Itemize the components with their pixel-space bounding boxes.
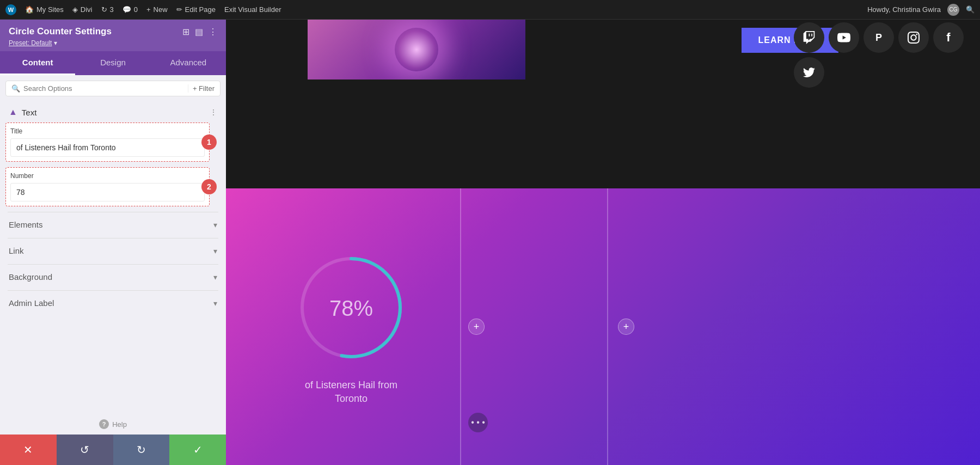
section-background: Background ▾ bbox=[5, 265, 220, 289]
circle-chart: 78% bbox=[291, 248, 411, 368]
section-text-menu-icon[interactable]: ⋮ bbox=[210, 108, 217, 117]
section-text-header-left: ▲ Text bbox=[9, 107, 36, 117]
title-field-label: Title bbox=[10, 127, 205, 135]
save-button[interactable]: ✓ bbox=[169, 435, 226, 465]
admin-bar-comments[interactable]: 💬 0 bbox=[122, 5, 138, 14]
panel-header: Circle Counter Settings ⊞ ▤ ⋮ Preset: De… bbox=[0, 20, 226, 51]
section-admin-label-header[interactable]: Admin Label ▾ bbox=[5, 291, 220, 315]
admin-user-label: Howdy, Christina Gwira bbox=[867, 5, 941, 14]
tab-design[interactable]: Design bbox=[75, 51, 150, 75]
plus-icon: + bbox=[146, 5, 151, 14]
instagram-icon[interactable] bbox=[898, 22, 929, 53]
social-row-1: P f bbox=[794, 22, 964, 53]
twitch-icon[interactable] bbox=[794, 22, 824, 53]
social-icons-group: P f bbox=[794, 22, 964, 88]
help-label: Help bbox=[112, 420, 127, 429]
redo-button[interactable]: ↻ bbox=[113, 435, 170, 465]
social-row-2 bbox=[794, 57, 964, 88]
section-admin-label: Admin Label ▾ bbox=[5, 291, 220, 315]
edit-icon: ✏ bbox=[176, 5, 182, 14]
section-elements-title: Elements bbox=[9, 220, 43, 229]
admin-bar-updates[interactable]: ↻ 3 bbox=[101, 5, 114, 14]
circle-counter-widget: 78% of Listeners Hail from Toronto bbox=[291, 248, 411, 406]
top-content-area: LEARN MORE P f bbox=[226, 20, 980, 188]
section-elements-header[interactable]: Elements ▾ bbox=[5, 212, 220, 237]
undo-icon: ↺ bbox=[80, 443, 89, 456]
add-column-button-1[interactable]: + bbox=[468, 319, 485, 335]
section-link: Link ▾ bbox=[5, 238, 220, 263]
filter-button[interactable]: + Filter bbox=[188, 84, 215, 93]
search-bar: 🔍 + Filter bbox=[5, 81, 220, 96]
section-menu-button[interactable]: • • • bbox=[468, 413, 488, 432]
admin-bar-edit-page[interactable]: ✏ Edit Page bbox=[176, 5, 216, 14]
patreon-icon[interactable]: P bbox=[863, 22, 894, 53]
hero-image bbox=[308, 20, 525, 79]
search-icon: 🔍 bbox=[11, 84, 20, 93]
bottom-purple-section: 78% of Listeners Hail from Toronto + + •… bbox=[226, 188, 980, 465]
number-field-label: Number bbox=[10, 172, 205, 180]
settings-panel: Circle Counter Settings ⊞ ▤ ⋮ Preset: De… bbox=[0, 20, 226, 465]
badge-2: 2 bbox=[201, 179, 217, 194]
tab-content[interactable]: Content bbox=[0, 51, 75, 75]
image-glow bbox=[395, 28, 438, 71]
add-column-button-2[interactable]: + bbox=[618, 319, 634, 335]
twitter-icon[interactable] bbox=[794, 57, 824, 88]
circle-counter-label: of Listeners Hail from Toronto bbox=[305, 378, 397, 406]
bottom-toolbar: ✕ ↺ ↻ ✓ bbox=[0, 435, 226, 465]
section-background-header[interactable]: Background ▾ bbox=[5, 265, 220, 289]
panel-icon-1[interactable]: ⊞ bbox=[182, 27, 189, 37]
youtube-icon[interactable] bbox=[829, 22, 859, 53]
page-preview: LEARN MORE P f bbox=[226, 20, 980, 465]
title-field-group: Title 1 bbox=[5, 123, 210, 162]
panel-icon-3[interactable]: ⋮ bbox=[209, 27, 217, 37]
admin-bar-right: Howdy, Christina Gwira CG 🔍 bbox=[867, 4, 975, 16]
cancel-button[interactable]: ✕ bbox=[0, 435, 57, 465]
column-divider-1 bbox=[460, 188, 461, 465]
section-elements: Elements ▾ bbox=[5, 212, 220, 237]
section-link-header[interactable]: Link ▾ bbox=[5, 238, 220, 263]
wp-logo[interactable]: W bbox=[5, 4, 16, 15]
chevron-down-admin-icon: ▾ bbox=[213, 299, 217, 308]
facebook-icon[interactable]: f bbox=[933, 22, 964, 53]
redo-icon: ↻ bbox=[137, 443, 146, 456]
panel-preset[interactable]: Preset: Default ▾ bbox=[9, 39, 217, 47]
section-admin-label-title: Admin Label bbox=[9, 298, 54, 308]
admin-search-icon[interactable]: 🔍 bbox=[966, 5, 975, 14]
admin-bar-mysites[interactable]: 🏠 My Sites bbox=[25, 5, 64, 14]
section-link-title: Link bbox=[9, 246, 24, 255]
save-icon: ✓ bbox=[193, 443, 203, 456]
number-input[interactable] bbox=[10, 183, 205, 201]
admin-bar-exit-builder[interactable]: Exit Visual Builder bbox=[224, 5, 281, 14]
comments-icon: 💬 bbox=[122, 5, 131, 14]
panel-header-icons: ⊞ ▤ ⋮ bbox=[182, 27, 217, 37]
help-bar[interactable]: ? Help bbox=[0, 414, 226, 435]
panel-title: Circle Counter Settings bbox=[9, 26, 112, 37]
chevron-down-elements-icon: ▾ bbox=[213, 221, 217, 229]
badge-1: 1 bbox=[201, 134, 217, 150]
number-field-group: Number 2 bbox=[5, 167, 210, 206]
section-text-header[interactable]: ▲ Text ⋮ bbox=[5, 102, 220, 123]
collapse-text-icon[interactable]: ▲ bbox=[9, 107, 17, 117]
tab-advanced[interactable]: Advanced bbox=[151, 51, 226, 75]
panel-icon-2[interactable]: ▤ bbox=[195, 27, 203, 37]
wp-admin-bar: W 🏠 My Sites ◈ Divi ↻ 3 💬 0 + New ✏ Edit… bbox=[0, 0, 980, 20]
section-background-title: Background bbox=[9, 272, 52, 282]
section-text: ▲ Text ⋮ Title 1 Number 2 bbox=[5, 102, 220, 206]
section-text-header-right: ⋮ bbox=[210, 108, 217, 117]
admin-bar-new[interactable]: + New bbox=[146, 5, 168, 14]
updates-icon: ↻ bbox=[101, 5, 107, 14]
admin-bar-divi[interactable]: ◈ Divi bbox=[72, 5, 93, 14]
undo-button[interactable]: ↺ bbox=[57, 435, 113, 465]
home-icon: 🏠 bbox=[25, 5, 34, 14]
panel-tabs: Content Design Advanced bbox=[0, 51, 226, 75]
svg-text:78%: 78% bbox=[329, 296, 373, 320]
user-avatar[interactable]: CG bbox=[947, 4, 959, 16]
chevron-down-background-icon: ▾ bbox=[213, 273, 217, 282]
section-text-title: Text bbox=[22, 108, 37, 117]
panel-content: ▲ Text ⋮ Title 1 Number 2 bbox=[0, 102, 226, 414]
search-input[interactable] bbox=[23, 84, 185, 93]
cancel-icon: ✕ bbox=[23, 443, 33, 456]
chevron-down-link-icon: ▾ bbox=[213, 247, 217, 255]
title-input[interactable] bbox=[10, 138, 205, 157]
divi-icon: ◈ bbox=[72, 5, 78, 14]
